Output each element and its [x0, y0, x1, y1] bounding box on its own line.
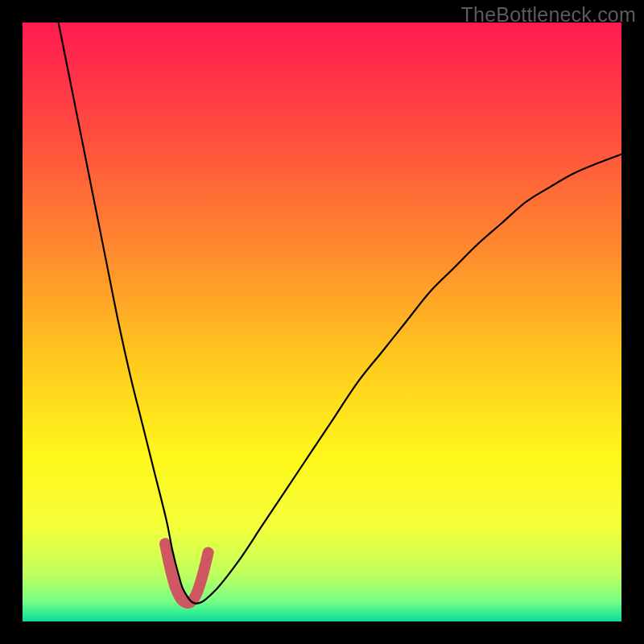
- gradient-background: [23, 23, 621, 621]
- chart-svg: [23, 23, 621, 621]
- chart-outer: TheBottleneck.com: [0, 0, 644, 644]
- plot-area: [23, 23, 621, 621]
